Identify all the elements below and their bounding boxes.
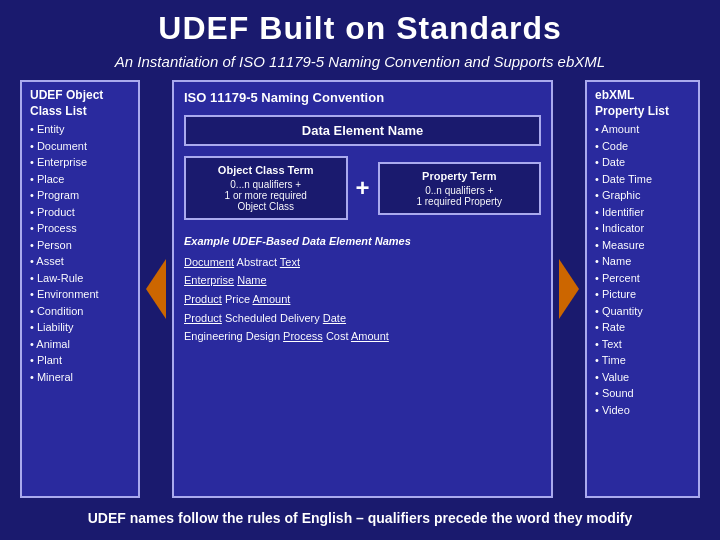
right-list-item: • Percent (595, 270, 690, 287)
left-arrow-decoration (146, 259, 166, 319)
left-list-item: • Environment (30, 286, 130, 303)
left-list-item: • Product (30, 204, 130, 221)
left-list-item: • Asset (30, 253, 130, 270)
example-3: Product Price Amount (184, 290, 541, 309)
example-5: Engineering Design Process Cost Amount (184, 327, 541, 346)
left-list-item: • Plant (30, 352, 130, 369)
right-list-item: • Measure (595, 237, 690, 254)
left-list-item: • Document (30, 138, 130, 155)
left-list-item: • Condition (30, 303, 130, 320)
plus-sign: + (356, 174, 370, 202)
object-qualifiers: 0...n qualifiers + 1 or more required Ob… (190, 179, 342, 212)
footer: UDEF names follow the rules of English –… (20, 506, 700, 530)
right-list-item: • Video (595, 402, 690, 419)
property-term-label: Property Term (384, 170, 536, 182)
left-list-item: • Entity (30, 121, 130, 138)
right-list-item: • Date Time (595, 171, 690, 188)
example-4: Product Scheduled Delivery Date (184, 309, 541, 328)
right-list-item: • Date (595, 154, 690, 171)
left-list-item: • Process (30, 220, 130, 237)
center-panel-label: ISO 11179-5 Naming Convention (184, 90, 541, 105)
object-class-box: Object Class Term 0...n qualifiers + 1 o… (184, 156, 348, 220)
left-list-item: • Law-Rule (30, 270, 130, 287)
property-box: Property Term 0..n qualifiers + 1 requir… (378, 162, 542, 215)
slide: UDEF Built on Standards An Instantiation… (0, 0, 720, 540)
right-list-item: • Indicator (595, 220, 690, 237)
left-list-item: • Enterprise (30, 154, 130, 171)
right-list-item: • Text (595, 336, 690, 353)
left-item-list: • Entity• Document• Enterprise• Place• P… (30, 121, 130, 385)
right-list-item: • Picture (595, 286, 690, 303)
right-panel-title: ebXML Property List (595, 88, 690, 119)
slide-title: UDEF Built on Standards (20, 10, 700, 47)
slide-subtitle: An Instantiation of ISO 11179-5 Naming C… (20, 53, 700, 70)
right-list-item: • Amount (595, 121, 690, 138)
property-qualifiers: 0..n qualifiers + 1 required Property (384, 185, 536, 207)
right-arrow-decoration (559, 259, 579, 319)
left-list-item: • Program (30, 187, 130, 204)
data-element-box: Data Element Name (184, 115, 541, 146)
right-list-item: • Name (595, 253, 690, 270)
right-list-item: • Identifier (595, 204, 690, 221)
object-class-label: Object Class Term (190, 164, 342, 176)
left-list-item: • Mineral (30, 369, 130, 386)
right-panel: ebXML Property List • Amount• Code• Date… (585, 80, 700, 498)
right-list-item: • Graphic (595, 187, 690, 204)
example-1: Document Abstract Text (184, 253, 541, 272)
right-list-item: • Code (595, 138, 690, 155)
right-list-item: • Sound (595, 385, 690, 402)
left-list-item: • Person (30, 237, 130, 254)
left-panel-title: UDEF Object Class List (30, 88, 130, 119)
center-panel: ISO 11179-5 Naming Convention Data Eleme… (172, 80, 553, 498)
naming-row: Object Class Term 0...n qualifiers + 1 o… (184, 156, 541, 220)
right-list-item: • Rate (595, 319, 690, 336)
main-content: UDEF Object Class List • Entity• Documen… (20, 80, 700, 498)
example-2: Enterprise Name (184, 271, 541, 290)
examples-title: Example UDEF-Based Data Element Names (184, 232, 541, 251)
right-list-item: • Time (595, 352, 690, 369)
left-list-item: • Liability (30, 319, 130, 336)
left-panel: UDEF Object Class List • Entity• Documen… (20, 80, 140, 498)
examples-section: Example UDEF-Based Data Element Names Do… (184, 232, 541, 346)
right-list-item: • Value (595, 369, 690, 386)
left-list-item: • Place (30, 171, 130, 188)
right-list-item: • Quantity (595, 303, 690, 320)
right-item-list: • Amount• Code• Date• Date Time• Graphic… (595, 121, 690, 418)
left-list-item: • Animal (30, 336, 130, 353)
